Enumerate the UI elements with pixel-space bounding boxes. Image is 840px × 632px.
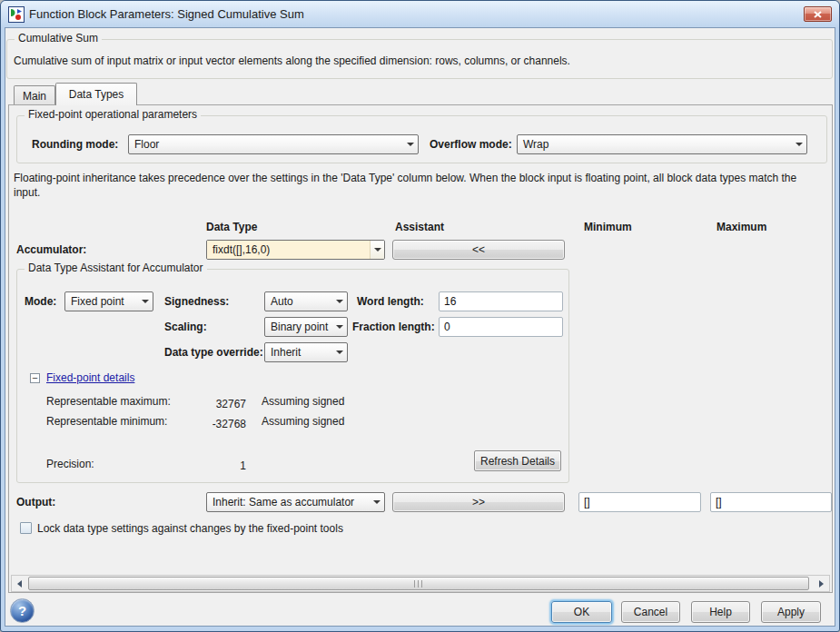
help-icon-glyph: ? <box>18 603 26 618</box>
output-data-type-select[interactable]: Inherit: Same as accumulator <box>206 492 385 512</box>
help-button-label: Help <box>709 606 732 618</box>
signedness-select[interactable]: Auto <box>264 291 348 311</box>
scroll-right-button[interactable] <box>814 576 829 591</box>
header-group: Cumulative Sum Cumulative sum of input m… <box>6 39 833 79</box>
representable-maximum-label: Representable maximum: <box>46 394 171 409</box>
lock-data-type-checkbox[interactable] <box>20 522 32 534</box>
fixed-point-params-title: Fixed-point operational parameters <box>25 108 201 121</box>
chevron-down-icon <box>138 292 153 311</box>
refresh-details-button[interactable]: Refresh Details <box>474 450 561 471</box>
word-length-input[interactable] <box>439 291 563 311</box>
rounding-mode-value: Floor <box>129 135 403 153</box>
signedness-value: Auto <box>265 292 332 311</box>
mode-value: Fixed point <box>65 292 138 311</box>
word-length-label: Word length: <box>357 291 424 311</box>
close-icon <box>814 11 822 18</box>
data-types-panel: Fixed-point operational parameters Round… <box>8 104 833 593</box>
scaling-label: Scaling: <box>164 317 207 337</box>
chevron-down-icon <box>332 318 347 336</box>
tab-main-label: Main <box>23 90 46 103</box>
chevron-down-icon <box>403 135 418 153</box>
scrollbar-grip-icon <box>414 580 423 588</box>
column-header-data-type: Data Type <box>206 217 257 237</box>
tab-data-types-label: Data Types <box>69 88 124 101</box>
cancel-button[interactable]: Cancel <box>621 601 680 623</box>
fixed-point-params-group: Fixed-point operational parameters Round… <box>16 115 827 163</box>
overflow-mode-value: Wrap <box>518 135 792 153</box>
scrollbar-thumb[interactable] <box>28 577 809 590</box>
column-header-minimum: Minimum <box>584 217 632 237</box>
column-header-maximum: Maximum <box>716 217 766 237</box>
representable-maximum-note: Assuming signed <box>262 394 344 409</box>
apply-button-label: Apply <box>777 606 805 618</box>
tab-data-types[interactable]: Data Types <box>55 83 137 105</box>
rounding-mode-label: Rounding mode: <box>32 134 118 154</box>
data-type-override-value: Inherit <box>265 343 332 361</box>
simulink-block-icon <box>8 6 25 23</box>
apply-button[interactable]: Apply <box>761 601 821 623</box>
output-assistant-toggle-button[interactable]: >> <box>392 492 565 512</box>
dialog-body: Cumulative Sum Cumulative sum of input m… <box>5 27 835 627</box>
mode-label: Mode: <box>25 291 56 311</box>
overflow-mode-select[interactable]: Wrap <box>517 134 807 154</box>
help-button[interactable]: Help <box>691 601 750 623</box>
data-type-override-label: Data type override: <box>164 342 263 362</box>
output-minimum-input[interactable] <box>578 492 701 512</box>
fixed-point-details-link[interactable]: Fixed-point details <box>46 370 134 385</box>
chevron-down-icon <box>370 241 384 259</box>
scroll-right-arrow-icon <box>819 580 824 588</box>
representable-minimum-note: Assuming signed <box>262 414 344 429</box>
chevron-down-icon <box>370 493 384 511</box>
refresh-details-label: Refresh Details <box>480 455 555 468</box>
collapse-glyph: − <box>32 372 37 383</box>
lock-data-type-label: Lock data type settings against changes … <box>37 518 343 538</box>
column-header-assistant: Assistant <box>395 217 444 237</box>
title-bar[interactable]: Function Block Parameters: Signed Cumula… <box>1 1 839 27</box>
representable-minimum-label: Representable minimum: <box>46 414 167 429</box>
help-icon[interactable]: ? <box>10 598 35 623</box>
scaling-select[interactable]: Binary point <box>264 317 348 337</box>
data-type-assistant-group: Data Type Assistant for Accumulator Mode… <box>16 269 569 483</box>
output-label: Output: <box>16 492 55 512</box>
collapse-toggle-icon[interactable]: − <box>30 373 40 383</box>
horizontal-scrollbar[interactable] <box>11 575 830 592</box>
scroll-left-button[interactable] <box>12 576 27 591</box>
ok-button-label: OK <box>574 606 589 618</box>
scroll-left-arrow-icon <box>17 580 22 588</box>
chevron-down-icon <box>332 343 347 361</box>
chevron-down-icon <box>792 135 806 153</box>
tab-main[interactable]: Main <box>14 85 55 105</box>
window-title: Function Block Parameters: Signed Cumula… <box>29 7 804 21</box>
representable-maximum-value: 32767 <box>172 397 246 411</box>
output-maximum-input[interactable] <box>710 492 832 512</box>
accumulator-data-type-select[interactable]: fixdt([],16,0) <box>206 240 385 260</box>
fraction-length-label: Fraction length: <box>352 317 435 337</box>
representable-minimum-value: -32768 <box>172 417 246 431</box>
chevron-down-icon <box>332 292 347 311</box>
overflow-mode-label: Overflow mode: <box>430 134 512 154</box>
ok-button[interactable]: OK <box>551 601 612 623</box>
output-assistant-toggle-label: >> <box>472 496 485 509</box>
block-description: Cumulative sum of input matrix or input … <box>14 53 570 69</box>
mode-select[interactable]: Fixed point <box>64 291 153 311</box>
data-type-assistant-title: Data Type Assistant for Accumulator <box>25 262 207 274</box>
accumulator-label: Accumulator: <box>16 240 86 260</box>
output-data-type-value: Inherit: Same as accumulator <box>207 493 370 511</box>
accumulator-data-type-value: fixdt([],16,0) <box>207 241 370 259</box>
rounding-mode-select[interactable]: Floor <box>128 134 419 154</box>
precision-value: 1 <box>172 459 246 473</box>
scaling-value: Binary point <box>265 318 332 336</box>
header-group-title: Cumulative Sum <box>15 32 102 44</box>
accumulator-assistant-toggle-label: << <box>472 243 485 256</box>
close-button[interactable] <box>804 6 832 22</box>
data-type-override-select[interactable]: Inherit <box>264 342 348 362</box>
function-block-parameters-dialog: Function Block Parameters: Signed Cumula… <box>0 0 840 632</box>
precision-label: Precision: <box>46 457 94 471</box>
fraction-length-input[interactable] <box>439 317 563 337</box>
cancel-button-label: Cancel <box>634 606 667 618</box>
inheritance-note: Floating-point inheritance takes precede… <box>14 171 825 200</box>
signedness-label: Signedness: <box>164 291 229 311</box>
accumulator-assistant-toggle-button[interactable]: << <box>392 240 565 260</box>
